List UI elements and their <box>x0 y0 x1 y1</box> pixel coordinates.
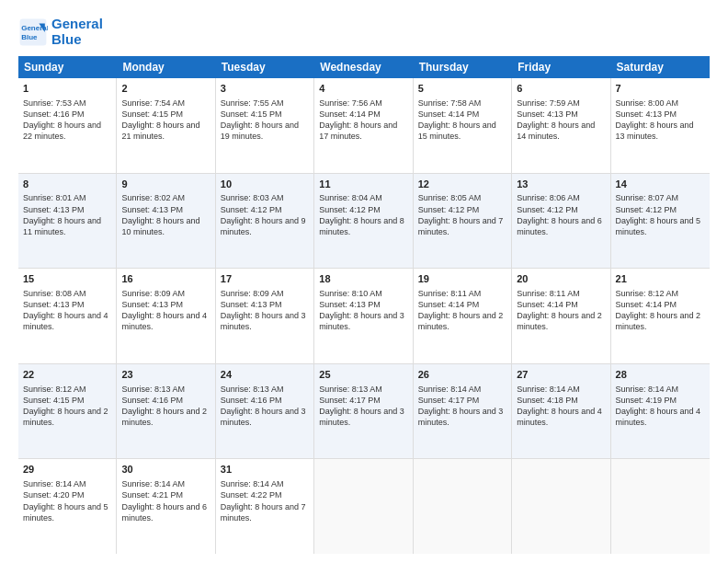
day-cell-24: 24Sunrise: 8:13 AMSunset: 4:16 PMDayligh… <box>216 364 314 459</box>
day-info: Sunrise: 8:14 AMSunset: 4:18 PMDaylight:… <box>517 385 602 427</box>
day-info: Sunrise: 8:09 AMSunset: 4:13 PMDaylight:… <box>221 289 306 331</box>
day-number: 11 <box>319 178 407 191</box>
day-cell-27: 27Sunrise: 8:14 AMSunset: 4:18 PMDayligh… <box>512 364 610 459</box>
day-cell-11: 11Sunrise: 8:04 AMSunset: 4:12 PMDayligh… <box>314 174 413 269</box>
day-cell-1: 1Sunrise: 7:53 AMSunset: 4:16 PMDaylight… <box>18 78 117 173</box>
day-info: Sunrise: 8:03 AMSunset: 4:12 PMDaylight:… <box>221 193 306 236</box>
calendar-header: SundayMondayTuesdayWednesdayThursdayFrid… <box>18 56 710 78</box>
empty-cell <box>314 459 413 554</box>
day-number: 15 <box>23 272 111 286</box>
day-info: Sunrise: 7:56 AMSunset: 4:14 PMDaylight:… <box>319 98 397 141</box>
day-info: Sunrise: 8:04 AMSunset: 4:12 PMDaylight:… <box>319 193 404 236</box>
day-info: Sunrise: 8:10 AMSunset: 4:13 PMDaylight:… <box>319 289 404 331</box>
day-header-wednesday: Wednesday <box>314 56 413 78</box>
day-cell-15: 15Sunrise: 8:08 AMSunset: 4:13 PMDayligh… <box>18 269 117 363</box>
day-header-monday: Monday <box>117 56 215 78</box>
day-info: Sunrise: 8:13 AMSunset: 4:17 PMDaylight:… <box>319 385 404 427</box>
day-number: 29 <box>23 463 111 477</box>
day-number: 9 <box>121 178 210 191</box>
empty-cell <box>414 459 512 554</box>
day-info: Sunrise: 8:07 AMSunset: 4:12 PMDaylight:… <box>616 193 701 236</box>
day-header-saturday: Saturday <box>611 56 710 78</box>
day-number: 21 <box>616 272 705 286</box>
day-cell-16: 16Sunrise: 8:09 AMSunset: 4:13 PMDayligh… <box>117 269 215 363</box>
day-number: 4 <box>319 82 407 96</box>
day-cell-6: 6Sunrise: 7:59 AMSunset: 4:13 PMDaylight… <box>512 78 610 173</box>
day-number: 1 <box>23 82 111 96</box>
logo-text2: Blue <box>51 32 103 48</box>
logo-icon: General Blue <box>18 17 48 47</box>
day-info: Sunrise: 8:14 AMSunset: 4:21 PMDaylight:… <box>121 479 207 522</box>
day-header-thursday: Thursday <box>414 56 512 78</box>
day-number: 31 <box>221 463 309 477</box>
day-info: Sunrise: 7:53 AMSunset: 4:16 PMDaylight:… <box>23 98 101 141</box>
day-number: 14 <box>616 178 705 191</box>
day-cell-31: 31Sunrise: 8:14 AMSunset: 4:22 PMDayligh… <box>216 459 314 554</box>
day-info: Sunrise: 8:08 AMSunset: 4:13 PMDaylight:… <box>23 289 108 331</box>
day-cell-12: 12Sunrise: 8:05 AMSunset: 4:12 PMDayligh… <box>414 174 512 269</box>
day-info: Sunrise: 8:09 AMSunset: 4:13 PMDaylight:… <box>121 289 207 331</box>
day-cell-3: 3Sunrise: 7:55 AMSunset: 4:15 PMDaylight… <box>216 78 314 173</box>
day-info: Sunrise: 8:14 AMSunset: 4:20 PMDaylight:… <box>23 479 108 522</box>
day-info: Sunrise: 8:11 AMSunset: 4:14 PMDaylight:… <box>517 289 602 331</box>
day-info: Sunrise: 8:00 AMSunset: 4:13 PMDaylight:… <box>616 98 694 141</box>
day-info: Sunrise: 8:11 AMSunset: 4:14 PMDaylight:… <box>418 289 504 331</box>
day-number: 28 <box>616 368 705 382</box>
day-header-sunday: Sunday <box>18 56 117 78</box>
day-cell-30: 30Sunrise: 8:14 AMSunset: 4:21 PMDayligh… <box>117 459 215 554</box>
week-row-5: 29Sunrise: 8:14 AMSunset: 4:20 PMDayligh… <box>18 459 710 554</box>
day-number: 8 <box>23 178 111 191</box>
day-number: 5 <box>418 82 506 96</box>
day-number: 18 <box>319 272 407 286</box>
day-number: 30 <box>121 463 210 477</box>
week-row-2: 8Sunrise: 8:01 AMSunset: 4:13 PMDaylight… <box>18 174 710 270</box>
day-number: 19 <box>418 272 506 286</box>
day-info: Sunrise: 8:12 AMSunset: 4:15 PMDaylight:… <box>23 385 108 427</box>
day-cell-20: 20Sunrise: 8:11 AMSunset: 4:14 PMDayligh… <box>512 269 610 363</box>
day-number: 2 <box>121 82 210 96</box>
day-info: Sunrise: 8:14 AMSunset: 4:19 PMDaylight:… <box>616 385 701 427</box>
day-number: 7 <box>616 82 705 96</box>
day-cell-19: 19Sunrise: 8:11 AMSunset: 4:14 PMDayligh… <box>414 269 512 363</box>
day-cell-22: 22Sunrise: 8:12 AMSunset: 4:15 PMDayligh… <box>18 364 117 459</box>
empty-cell <box>512 459 610 554</box>
day-cell-29: 29Sunrise: 8:14 AMSunset: 4:20 PMDayligh… <box>18 459 117 554</box>
day-info: Sunrise: 7:54 AMSunset: 4:15 PMDaylight:… <box>121 98 199 141</box>
day-cell-2: 2Sunrise: 7:54 AMSunset: 4:15 PMDaylight… <box>117 78 215 173</box>
day-number: 20 <box>517 272 605 286</box>
day-cell-7: 7Sunrise: 8:00 AMSunset: 4:13 PMDaylight… <box>611 78 710 173</box>
day-number: 25 <box>319 368 407 382</box>
day-info: Sunrise: 8:14 AMSunset: 4:22 PMDaylight:… <box>221 479 306 522</box>
day-cell-21: 21Sunrise: 8:12 AMSunset: 4:14 PMDayligh… <box>611 269 710 363</box>
day-info: Sunrise: 8:01 AMSunset: 4:13 PMDaylight:… <box>23 193 101 236</box>
day-cell-14: 14Sunrise: 8:07 AMSunset: 4:12 PMDayligh… <box>611 174 710 269</box>
day-cell-5: 5Sunrise: 7:58 AMSunset: 4:14 PMDaylight… <box>414 78 512 173</box>
logo: General Blue General Blue <box>18 17 103 47</box>
day-info: Sunrise: 8:13 AMSunset: 4:16 PMDaylight:… <box>121 385 207 427</box>
day-cell-8: 8Sunrise: 8:01 AMSunset: 4:13 PMDaylight… <box>18 174 117 269</box>
day-cell-28: 28Sunrise: 8:14 AMSunset: 4:19 PMDayligh… <box>611 364 710 459</box>
svg-text:Blue: Blue <box>21 33 38 41</box>
day-number: 6 <box>517 82 605 96</box>
day-number: 23 <box>121 368 210 382</box>
day-number: 27 <box>517 368 605 382</box>
page: General Blue General Blue SundayMondayTu… <box>0 0 728 563</box>
week-row-3: 15Sunrise: 8:08 AMSunset: 4:13 PMDayligh… <box>18 269 710 364</box>
day-cell-17: 17Sunrise: 8:09 AMSunset: 4:13 PMDayligh… <box>216 269 314 363</box>
day-info: Sunrise: 8:14 AMSunset: 4:17 PMDaylight:… <box>418 385 504 427</box>
day-cell-9: 9Sunrise: 8:02 AMSunset: 4:13 PMDaylight… <box>117 174 215 269</box>
day-cell-13: 13Sunrise: 8:06 AMSunset: 4:12 PMDayligh… <box>512 174 610 269</box>
logo-text: General <box>51 17 103 32</box>
day-number: 16 <box>121 272 210 286</box>
day-info: Sunrise: 7:58 AMSunset: 4:14 PMDaylight:… <box>418 98 496 141</box>
day-header-friday: Friday <box>512 56 610 78</box>
day-cell-4: 4Sunrise: 7:56 AMSunset: 4:14 PMDaylight… <box>314 78 413 173</box>
day-number: 22 <box>23 368 111 382</box>
header: General Blue General Blue <box>18 17 710 47</box>
calendar: SundayMondayTuesdayWednesdayThursdayFrid… <box>18 56 710 554</box>
day-number: 3 <box>221 82 309 96</box>
day-cell-25: 25Sunrise: 8:13 AMSunset: 4:17 PMDayligh… <box>314 364 413 459</box>
day-info: Sunrise: 7:59 AMSunset: 4:13 PMDaylight:… <box>517 98 595 141</box>
day-number: 24 <box>221 368 309 382</box>
day-cell-18: 18Sunrise: 8:10 AMSunset: 4:13 PMDayligh… <box>314 269 413 363</box>
